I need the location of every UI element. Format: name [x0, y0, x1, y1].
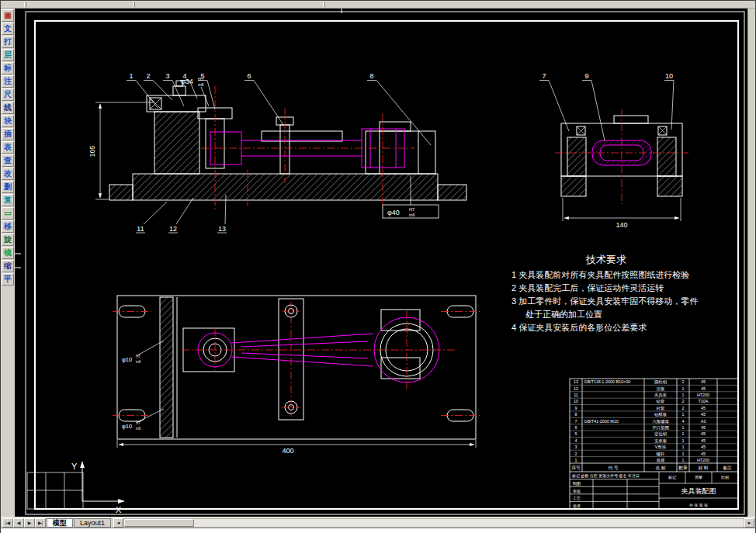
tab-prev-icon[interactable]: ◀	[13, 518, 24, 528]
parts-row-cell: 2	[682, 399, 685, 403]
tech-title: 技术要求	[585, 254, 626, 265]
tech-line: 3 加工零件时，保证夹具安装牢固不得移动，零件	[512, 296, 698, 306]
tab-nav-buttons: |◀ ◀ ▶ ▶|	[2, 518, 46, 528]
parts-row-cell: 8	[575, 412, 577, 417]
tab-model[interactable]: 模型	[47, 518, 73, 528]
tech-line: 处于正确的加工位置	[525, 310, 602, 319]
hscroll-right-icon[interactable]: ►	[744, 518, 754, 528]
parts-row-cell: 1	[682, 445, 685, 449]
dimension-icon[interactable]: 标	[2, 62, 14, 74]
insert-icon[interactable]: 插	[2, 128, 14, 140]
dim-phi10-a: φ10 H7 m6	[122, 341, 164, 364]
ucs-y-label: Y	[71, 462, 78, 471]
table-icon[interactable]: 表	[2, 141, 14, 154]
parts-row-cell: 1	[682, 386, 685, 391]
parts-row-cell: 夹具体	[654, 393, 668, 397]
parts-row-cell: 45	[701, 412, 706, 417]
measure-icon[interactable]: 尺	[2, 88, 14, 101]
parts-row-cell: 1	[682, 425, 685, 430]
hscroll-thumb[interactable]	[124, 519, 194, 527]
parts-header: 序号 代 号 名 称 数量 材 料 备注	[571, 466, 732, 471]
parts-row-cell: 压板	[657, 386, 665, 391]
tab-first-icon[interactable]: |◀	[2, 518, 13, 528]
callout-2: 2	[146, 72, 150, 80]
tab-layout1[interactable]: Layout1	[74, 518, 111, 528]
copy-icon[interactable]: 复	[2, 194, 14, 206]
titleblock-mark-cell: 标记	[668, 475, 676, 480]
parts-header-cell: 代 号	[607, 466, 618, 470]
annotation-icon[interactable]: 注	[2, 75, 14, 88]
callout-7: 7	[542, 72, 546, 80]
layer-manager-icon[interactable]: 层	[2, 49, 14, 61]
parts-row-cell: 1	[682, 438, 685, 443]
parts-row-cell: 3	[575, 445, 577, 449]
parts-header-cell: 材 料	[697, 466, 708, 471]
cad-window: ▣文打层标注尺线块插表查改删复▭移旋镜缩平	[0, 0, 756, 533]
parts-row-cell: 2	[575, 452, 577, 456]
erase-icon[interactable]: 删	[2, 181, 14, 193]
line-tool-icon[interactable]: 线	[2, 102, 14, 114]
drawing-svg[interactable]: 105 φ34 H7 m6 φ40 H7 m6 1 2 3 4 5 6	[15, 9, 749, 517]
parts-row-cell: 底座	[657, 458, 665, 462]
modify-icon[interactable]: 改	[2, 168, 14, 180]
tech-line: 1 夹具装配前对所有夹具配件按照图纸进行检验	[512, 270, 689, 279]
toolbar-grip-icon[interactable]	[133, 2, 135, 7]
side-view: 140 7 9 10	[539, 72, 688, 229]
callout-4: 4	[182, 72, 186, 80]
top-toolbar-strip	[1, 1, 755, 9]
parts-row-cell: A3	[701, 419, 706, 424]
dim-phi10b-tol-lower: m6	[136, 427, 141, 431]
parts-row-cell: 1	[682, 393, 685, 397]
parts-row-cell: 12	[574, 386, 578, 391]
hscroll-track[interactable]	[123, 518, 744, 528]
parts-row-cell: 13	[574, 379, 578, 384]
parts-rows: 13GB/T118.1-2000 B10×30圆柱销24512压板14511夹具…	[570, 379, 738, 462]
parts-row-cell: 45	[701, 438, 706, 443]
right-border-strip	[747, 9, 755, 517]
dim-phi10a-tol-lower: m6	[136, 360, 141, 364]
new-drawing-icon[interactable]: ▣	[2, 9, 14, 22]
mirror-icon[interactable]: 镜	[2, 247, 14, 259]
callout-6: 6	[247, 72, 251, 80]
dim-140-text: 140	[616, 221, 627, 229]
block-icon[interactable]: 块	[2, 115, 14, 127]
callout-12: 12	[169, 225, 177, 233]
print-icon[interactable]: 打	[2, 36, 14, 48]
parts-row-cell: 衬套	[657, 406, 665, 411]
toolbar-grip-icon[interactable]	[323, 2, 325, 7]
parts-row-cell: 2	[682, 406, 685, 410]
tab-last-icon[interactable]: ▶|	[35, 518, 46, 528]
dim-400-text: 400	[282, 447, 293, 455]
pan-icon[interactable]: 平	[2, 273, 14, 286]
parts-row-cell: 1	[575, 458, 577, 462]
move-icon[interactable]: 移	[2, 220, 14, 233]
titleblock-label-draw: 制图	[573, 481, 581, 486]
parts-row-cell: 圆柱销	[654, 379, 668, 385]
dim-phi40-text: φ40	[387, 209, 400, 216]
dim-phi40-tol-lower: m6	[409, 213, 415, 217]
command-line[interactable]	[1, 528, 755, 533]
callout-13: 13	[218, 225, 226, 233]
drawing-title: 夹具装配图	[681, 487, 716, 495]
titleblock-weight-cell: 质量	[695, 475, 702, 479]
parts-row-cell: 钻模板	[654, 412, 668, 417]
parts-row-cell: 开口垫圈	[652, 425, 669, 431]
callout-3: 3	[165, 72, 169, 80]
rectangle-tool-icon[interactable]: ▭	[2, 207, 14, 220]
query-icon[interactable]: 查	[2, 154, 14, 167]
parts-row-cell: 螺杆	[657, 452, 665, 456]
rotate-icon[interactable]: 旋	[2, 234, 14, 246]
toolbar-grip-icon[interactable]	[24, 2, 26, 7]
tab-next-icon[interactable]: ▶	[24, 518, 35, 528]
dim-140	[563, 198, 681, 221]
titleblock-scale-cell: 比例	[721, 475, 729, 480]
zoom-icon[interactable]: 缩	[2, 260, 14, 272]
text-style-icon[interactable]: 文	[2, 22, 14, 35]
hscroll-left-icon[interactable]: ◄	[113, 518, 123, 528]
parts-row-cell: 45	[701, 425, 706, 430]
horizontal-scrollbar: ◄ ►	[113, 518, 754, 528]
dim-phi10a-text: φ10	[122, 356, 132, 363]
drawing-canvas[interactable]: 105 φ34 H7 m6 φ40 H7 m6 1 2 3 4 5 6	[15, 9, 749, 517]
side-callout-leaders	[539, 81, 674, 141]
titleblock-rev-header: 标记 处数 分区 更改文件号 签名 年月日	[571, 473, 640, 479]
